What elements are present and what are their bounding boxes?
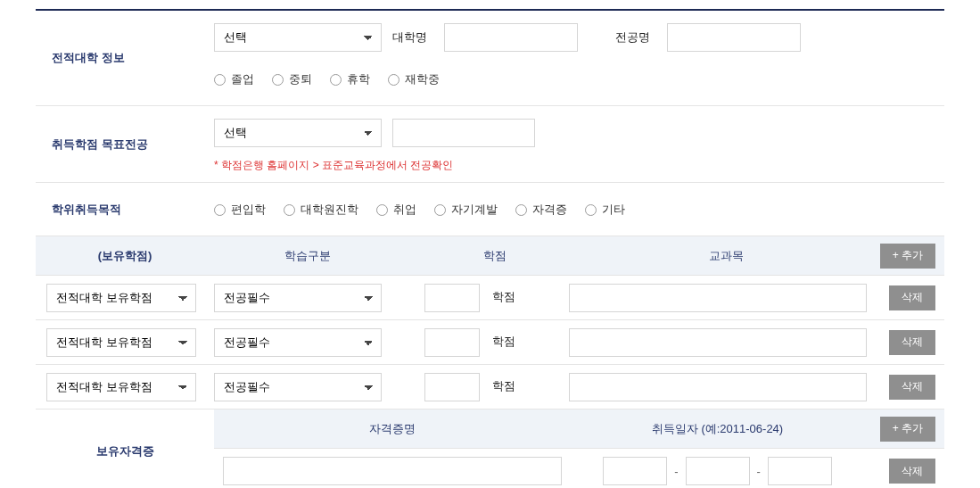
credit-subject-input[interactable]: [569, 373, 867, 401]
radio-icon: [214, 204, 226, 216]
credit-row: 전적대학 보유학점 전공필수 학점 삭제: [36, 365, 944, 409]
univ-name-label: 대학명: [392, 30, 433, 45]
label-certificates: 보유자격증: [36, 409, 214, 488]
credit-value-input[interactable]: [424, 373, 480, 401]
status-option[interactable]: 졸업: [214, 72, 254, 87]
status-option[interactable]: 재학중: [388, 72, 440, 87]
cert-delete-button[interactable]: 삭제: [889, 459, 935, 484]
date-separator: -: [674, 465, 678, 478]
credit-unit-label: 학점: [492, 335, 533, 350]
cert-date-year-input[interactable]: [603, 457, 667, 485]
col-cert-date: 취득일자 (예:2011-06-24): [571, 421, 864, 437]
row-certificates: 보유자격증 자격증명 취득일자 (예:2011-06-24) + 추가 - - …: [36, 409, 944, 488]
col-study-type: 학습구분: [214, 248, 401, 264]
radio-icon: [376, 204, 388, 216]
major-name-label: 전공명: [615, 30, 656, 45]
col-credit: 학점: [401, 248, 589, 264]
date-separator: -: [757, 465, 761, 478]
cert-row: - - 삭제: [214, 449, 944, 488]
row-target-major: 취득학점 목표전공 선택 * 학점은행 홈페이지 > 표준교육과정에서 전공확인: [36, 106, 944, 183]
radio-icon: [272, 74, 284, 86]
radio-icon: [388, 74, 399, 86]
credit-subject-input[interactable]: [569, 328, 867, 357]
credit-type-select[interactable]: 전공필수: [214, 373, 382, 401]
target-major-type-select[interactable]: 선택: [214, 119, 382, 147]
radio-icon: [585, 204, 597, 216]
prev-univ-type-select[interactable]: 선택: [214, 23, 382, 52]
univ-name-input[interactable]: [444, 23, 578, 52]
credit-source-select[interactable]: 전적대학 보유학점: [46, 284, 196, 312]
credit-unit-label: 학점: [492, 290, 533, 305]
credit-add-button[interactable]: + 추가: [880, 244, 935, 269]
prev-univ-status-radiogroup: 졸업 중퇴 휴학 재학중: [214, 72, 440, 87]
label-degree-purpose: 학위취득목적: [36, 202, 214, 218]
status-option[interactable]: 휴학: [330, 72, 370, 87]
col-cert-name: 자격증명: [214, 421, 571, 437]
radio-icon: [434, 204, 446, 216]
cert-date-day-input[interactable]: [768, 457, 832, 485]
purpose-radiogroup: 편입학 대학원진학 취업 자기계발 자격증 기타: [214, 203, 944, 218]
credit-unit-label: 학점: [492, 379, 533, 394]
radio-icon: [284, 204, 295, 216]
purpose-option[interactable]: 편입학: [214, 203, 266, 218]
credit-delete-button[interactable]: 삭제: [889, 285, 935, 310]
credit-source-select[interactable]: 전적대학 보유학점: [46, 373, 196, 401]
target-major-hint: * 학점은행 홈페이지 > 표준교육과정에서 전공확인: [214, 158, 944, 173]
purpose-option[interactable]: 자격증: [515, 203, 567, 218]
credit-row: 전적대학 보유학점 전공필수 학점 삭제: [36, 320, 944, 365]
status-option[interactable]: 중퇴: [272, 72, 312, 87]
credit-value-input[interactable]: [424, 284, 480, 312]
label-prev-university: 전적대학 정보: [36, 50, 214, 66]
owned-credit-title: (보유학점): [36, 248, 214, 264]
purpose-option[interactable]: 기타: [585, 203, 625, 218]
cert-name-input[interactable]: [223, 457, 562, 485]
label-target-major: 취득학점 목표전공: [36, 136, 214, 153]
credit-delete-button[interactable]: 삭제: [889, 375, 935, 400]
row-degree-purpose: 학위취득목적 편입학 대학원진학 취업 자기계발 자격증 기타: [36, 183, 944, 236]
owned-credit-header: (보유학점) 학습구분 학점 교과목 + 추가: [36, 236, 944, 276]
radio-icon: [330, 74, 342, 86]
credit-source-select[interactable]: 전적대학 보유학점: [46, 328, 196, 357]
col-subject: 교과목: [589, 248, 864, 264]
row-prev-university: 전적대학 정보 선택 대학명 전공명 졸업 중퇴 휴학 재학중: [36, 11, 944, 106]
credit-type-select[interactable]: 전공필수: [214, 284, 382, 312]
purpose-option[interactable]: 대학원진학: [284, 203, 358, 218]
cert-date-month-input[interactable]: [686, 457, 750, 485]
credit-row: 전적대학 보유학점 전공필수 학점 삭제: [36, 276, 944, 320]
credit-type-select[interactable]: 전공필수: [214, 328, 382, 357]
purpose-option[interactable]: 자기계발: [434, 203, 498, 218]
target-major-input[interactable]: [392, 119, 535, 147]
cert-add-button[interactable]: + 추가: [880, 417, 935, 442]
credit-delete-button[interactable]: 삭제: [889, 330, 935, 355]
radio-icon: [214, 74, 226, 86]
credit-subject-input[interactable]: [569, 284, 867, 312]
credit-value-input[interactable]: [424, 328, 480, 357]
radio-icon: [515, 204, 527, 216]
purpose-option[interactable]: 취업: [376, 203, 416, 218]
major-name-input[interactable]: [667, 23, 801, 52]
